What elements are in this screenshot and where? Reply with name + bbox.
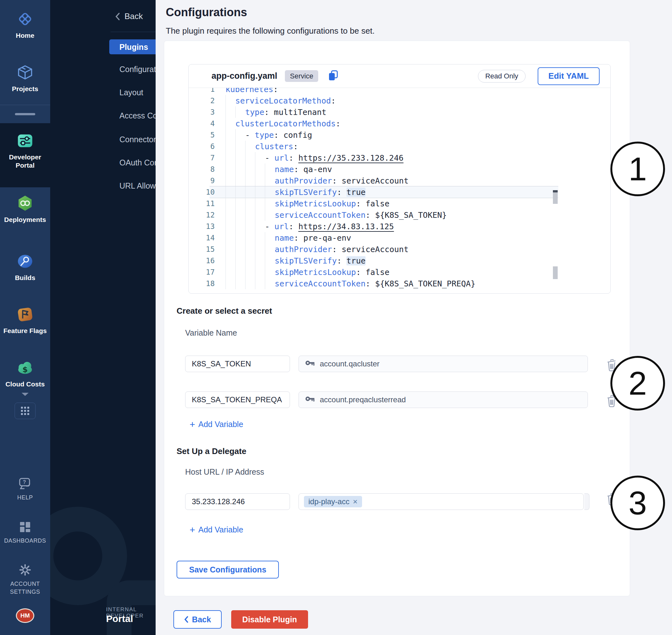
code-line-7: 7- url: https://35.233.128.246 (189, 152, 610, 163)
sidebar-item-label: Feature Flags (3, 327, 47, 335)
chevron-left-icon (184, 616, 188, 623)
plus-icon: + (190, 526, 195, 534)
module-picker-button[interactable] (15, 402, 36, 419)
back-link[interactable]: Back (115, 12, 143, 21)
variable-name-label: Variable Name (185, 328, 237, 337)
footer-back-label: Back (192, 615, 211, 624)
secret-select-field[interactable]: account.preqaclusterread (299, 392, 588, 408)
user-avatar[interactable]: HM (16, 608, 34, 623)
code-line-9: 9authProvider: serviceAccount (189, 175, 610, 187)
scrollbar-thumb[interactable] (553, 192, 558, 204)
sidebar-item-help[interactable]: ? HELP (0, 477, 50, 502)
add-variable-button[interactable]: + Add Variable (190, 525, 243, 534)
line-number: 12 (189, 211, 218, 219)
secret-value: account.preqaclusterread (320, 395, 406, 404)
svg-text:$: $ (23, 365, 28, 374)
yaml-editor-card: app-config.yaml Service Read Only Edit Y… (188, 64, 611, 294)
plus-icon: + (190, 420, 195, 429)
sidebar-collapse-chevron[interactable] (0, 388, 50, 401)
projects-icon (16, 64, 34, 83)
sidebar-item-account-settings[interactable]: ACCOUNT SETTINGS (0, 563, 50, 596)
sidebar-item-projects[interactable]: Projects (0, 64, 50, 93)
sidebar-item-label: HELP (17, 494, 33, 502)
code-line-10: 10skipTLSVerify: true (189, 187, 610, 198)
sidebar-item-feature-flags[interactable]: Feature Flags (0, 305, 50, 335)
page-title: Configurations (166, 6, 247, 19)
delegate-tags-field[interactable]: idp-play-acc ✕ (299, 494, 584, 510)
copy-icon[interactable] (328, 69, 339, 83)
line-number: 14 (189, 234, 218, 242)
save-configurations-button[interactable]: Save Configurations (177, 561, 279, 578)
module-nav-item-configurations[interactable]: Configurations (120, 65, 156, 74)
sidebar-item-label: Developer Portal (8, 153, 43, 170)
sidebar-item-developer-portal[interactable]: Developer Portal (0, 132, 50, 170)
secret-select-field[interactable]: account.qacluster (299, 356, 588, 372)
yaml-filename: app-config.yaml (212, 71, 277, 81)
secrets-section-heading: Create or select a secret (177, 306, 272, 316)
remove-tag-icon[interactable]: ✕ (352, 498, 357, 505)
chevron-down-icon (21, 392, 29, 396)
line-number: 16 (189, 257, 218, 265)
scrollbar-mark (553, 190, 558, 192)
code-line-15: 15authProvider: serviceAccount (189, 243, 610, 255)
line-number: 17 (189, 268, 218, 276)
line-number: 11 (189, 199, 218, 207)
line-number: 13 (189, 222, 218, 231)
annotation-circle-2: 2 (610, 356, 665, 411)
sidebar-item-cloud-costs[interactable]: $ Cloud Costs (0, 359, 50, 388)
app-root: Home Projects (0, 0, 672, 635)
yaml-editor-header: app-config.yaml Service Read Only Edit Y… (189, 64, 610, 88)
code-line-12: 12serviceAccountToken: ${K8S_SA_TOKEN} (189, 209, 610, 221)
add-variable-button[interactable]: + Add Variable (190, 420, 243, 429)
edit-yaml-button[interactable]: Edit YAML (538, 67, 600, 85)
code-line-2: 2serviceLocatorMethod: (189, 95, 610, 106)
footer-back-button[interactable]: Back (173, 610, 222, 629)
code-line-1: 1kubernetes: (189, 88, 610, 95)
module-nav-item-connectors[interactable]: Connectors (120, 135, 156, 145)
module-nav-item-url-allow-list[interactable]: URL Allow List (120, 181, 156, 191)
sidebar-item-home[interactable]: Home (0, 10, 50, 40)
developer-portal-icon (16, 132, 34, 151)
line-number: 18 (189, 279, 218, 288)
line-number: 8 (189, 165, 218, 173)
sidebar-item-builds[interactable]: Builds (0, 253, 50, 282)
code-line-18: 18serviceAccountToken: ${K8S_SA_TOKEN_PR… (189, 278, 610, 289)
line-number: 2 (189, 96, 218, 105)
disable-plugin-button[interactable]: Disable Plugin (231, 610, 308, 629)
portal-title: Portal (106, 613, 133, 624)
chevron-left-icon (115, 13, 120, 21)
host-url-input[interactable] (185, 494, 290, 510)
sidebar-item-dashboards[interactable]: DASHBOARDS (0, 521, 50, 545)
back-link-label: Back (125, 12, 143, 21)
line-number: 3 (189, 108, 218, 116)
line-number: 6 (189, 142, 218, 151)
add-variable-label: Add Variable (198, 525, 243, 534)
module-nav-item-oauth-configurations[interactable]: OAuth Configurations (120, 158, 156, 168)
annotation-circle-1: 1 (610, 141, 665, 196)
sidebar-item-deployments[interactable]: Deployments (0, 194, 50, 224)
variable-name-input[interactable] (185, 392, 290, 408)
code-line-16: 16skipTLSVerify: true (189, 255, 610, 266)
builds-icon (16, 253, 34, 271)
code-line-14: 14name: pre-qa-env (189, 232, 610, 243)
module-nav-item-access-control[interactable]: Access Control (120, 111, 156, 121)
home-icon (16, 10, 34, 29)
sidebar-item-label: Home (16, 31, 34, 40)
sidebar-item-label: Projects (12, 85, 39, 93)
sidebar-collapse-handle[interactable] (15, 113, 35, 115)
delegate-tag-chip: idp-play-acc ✕ (304, 496, 362, 507)
code-line-11: 11skipMetricsLookup: false (189, 198, 610, 209)
module-nav-item-layout[interactable]: Layout (120, 88, 156, 97)
grid-icon (21, 407, 29, 415)
help-chat-icon: ? (18, 477, 32, 491)
secret-value: account.qacluster (320, 359, 380, 368)
variable-name-input[interactable] (185, 356, 290, 372)
yaml-code-viewport[interactable]: 1kubernetes:2serviceLocatorMethod:3type:… (189, 88, 610, 293)
page-subtitle: The plugin requires the following config… (166, 26, 375, 36)
delegate-tag-label: idp-play-acc (308, 497, 349, 506)
line-number: 15 (189, 245, 218, 254)
code-line-8: 8name: qa-env (189, 163, 610, 175)
module-nav-item-plugins[interactable]: Plugins (120, 43, 156, 52)
line-number: 4 (189, 119, 218, 128)
feature-flags-icon (16, 305, 34, 325)
